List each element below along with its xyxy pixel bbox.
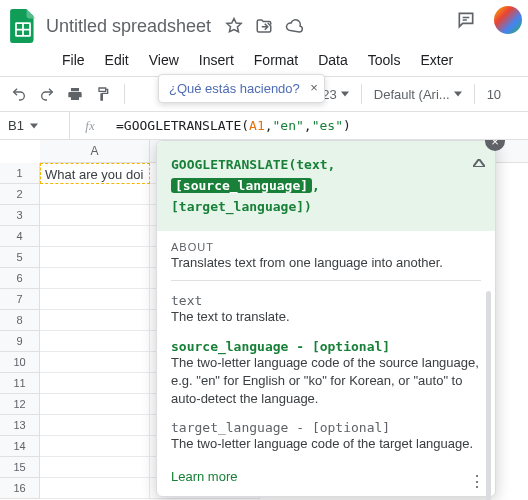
row-header[interactable]: 6 xyxy=(0,268,40,289)
about-label: ABOUT xyxy=(171,241,481,253)
doc-title[interactable]: Untitled spreadsheet xyxy=(46,16,211,37)
row-header[interactable]: 5 xyxy=(0,247,40,268)
name-box[interactable]: B1 xyxy=(0,112,70,139)
row-header[interactable]: 13 xyxy=(0,415,40,436)
chevron-up-icon[interactable] xyxy=(473,153,485,174)
account-avatar[interactable] xyxy=(494,6,522,34)
row-header[interactable]: 1 xyxy=(0,163,40,184)
cell[interactable] xyxy=(40,289,150,310)
scrollbar[interactable] xyxy=(486,291,491,500)
print-icon[interactable] xyxy=(66,85,84,103)
cell[interactable] xyxy=(40,268,150,289)
menu-file[interactable]: File xyxy=(54,50,93,70)
row-header[interactable]: 8 xyxy=(0,310,40,331)
paint-format-icon[interactable] xyxy=(94,85,112,103)
menu-format[interactable]: Format xyxy=(246,50,306,70)
param-text-desc: The text to translate. xyxy=(171,308,481,326)
function-signature: GOOGLETRANSLATE(text, [source_language],… xyxy=(157,141,495,231)
row-header[interactable]: 10 xyxy=(0,352,40,373)
comments-icon[interactable] xyxy=(452,6,480,34)
toolbar: ¿Qué estás haciendo? × .00 123 Default (… xyxy=(0,76,528,112)
star-icon[interactable] xyxy=(225,17,243,35)
row-header[interactable]: 14 xyxy=(0,436,40,457)
row-header[interactable]: 16 xyxy=(0,478,40,499)
redo-icon[interactable] xyxy=(38,85,56,103)
menu-insert[interactable]: Insert xyxy=(191,50,242,70)
menu-data[interactable]: Data xyxy=(310,50,356,70)
cell[interactable] xyxy=(40,478,150,499)
param-source-name: source_language - [optional] xyxy=(171,339,481,354)
chevron-down-icon xyxy=(454,91,462,97)
function-help-popover: × GOOGLETRANSLATE(text, [source_language… xyxy=(156,140,496,497)
cell[interactable] xyxy=(40,205,150,226)
cloud-icon[interactable] xyxy=(285,17,303,35)
param-text-name: text xyxy=(171,293,481,308)
cell[interactable] xyxy=(40,436,150,457)
undo-icon[interactable] xyxy=(10,85,28,103)
row-header[interactable]: 2 xyxy=(0,184,40,205)
cell[interactable] xyxy=(40,247,150,268)
cell[interactable] xyxy=(40,226,150,247)
formula-preview-bubble: ¿Qué estás haciendo? × xyxy=(158,74,325,103)
cell[interactable] xyxy=(40,373,150,394)
cell[interactable]: What are you doi xyxy=(40,163,150,184)
move-icon[interactable] xyxy=(255,17,273,35)
param-target-name: target_language - [optional] xyxy=(171,420,481,435)
cell[interactable] xyxy=(40,457,150,478)
row-header[interactable]: 3 xyxy=(0,205,40,226)
menubar: File Edit View Insert Format Data Tools … xyxy=(0,46,528,76)
param-source-desc: The two-letter language code of the sour… xyxy=(171,354,481,409)
cell[interactable] xyxy=(40,394,150,415)
menu-edit[interactable]: Edit xyxy=(97,50,137,70)
cell[interactable] xyxy=(40,352,150,373)
more-icon[interactable]: ⋮ xyxy=(469,474,485,490)
row-header[interactable]: 7 xyxy=(0,289,40,310)
close-icon[interactable]: × xyxy=(310,80,318,95)
cell[interactable] xyxy=(40,184,150,205)
row-header[interactable]: 9 xyxy=(0,331,40,352)
param-target-desc: The two-letter language code of the targ… xyxy=(171,435,481,453)
cell[interactable] xyxy=(40,415,150,436)
chevron-down-icon xyxy=(30,123,38,129)
row-header[interactable]: 15 xyxy=(0,457,40,478)
row-header[interactable]: 4 xyxy=(0,226,40,247)
font-size[interactable]: 10 xyxy=(487,87,501,102)
learn-more-link[interactable]: Learn more xyxy=(171,469,237,484)
cell[interactable] xyxy=(40,310,150,331)
formula-preview-text: ¿Qué estás haciendo? xyxy=(169,81,300,96)
about-text: Translates text from one language into a… xyxy=(171,255,481,270)
col-header-a[interactable]: A xyxy=(40,140,150,162)
chevron-down-icon xyxy=(341,91,349,97)
fx-icon: fx xyxy=(70,118,110,134)
formula-bar[interactable]: =GOOGLETRANSLATE(A1,"en","es") xyxy=(110,112,528,139)
row-header[interactable]: 12 xyxy=(0,394,40,415)
cell[interactable] xyxy=(40,331,150,352)
row-header[interactable]: 11 xyxy=(0,373,40,394)
menu-tools[interactable]: Tools xyxy=(360,50,409,70)
font-family-select[interactable]: Default (Ari... xyxy=(374,87,462,102)
menu-extensions[interactable]: Exter xyxy=(412,50,461,70)
sheets-logo[interactable] xyxy=(8,6,38,46)
menu-view[interactable]: View xyxy=(141,50,187,70)
